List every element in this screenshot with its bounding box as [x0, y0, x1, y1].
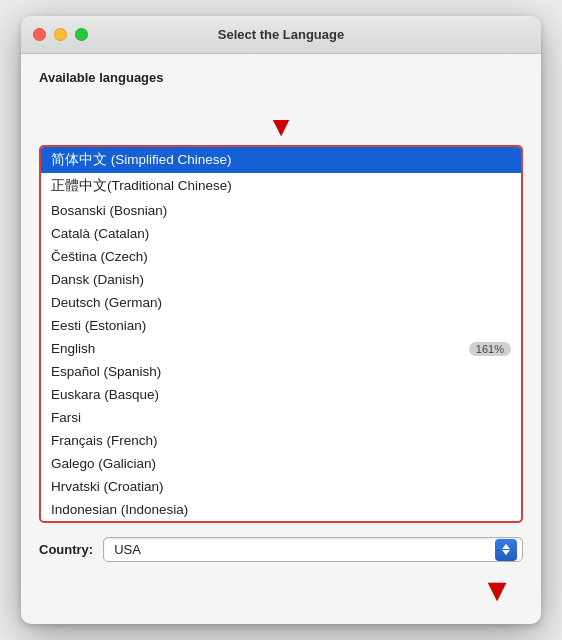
list-item[interactable]: Français (French): [41, 429, 521, 452]
top-arrow-wrapper: ▼: [39, 113, 523, 141]
titlebar: Select the Language: [21, 16, 541, 54]
list-wrapper: ▼ 简体中文 (Simplified Chinese)正體中文(Traditio…: [39, 93, 523, 523]
list-item[interactable]: English161%: [41, 337, 521, 360]
window-title: Select the Language: [218, 27, 344, 42]
available-languages-label: Available languages: [39, 70, 523, 85]
list-item[interactable]: Català (Catalan): [41, 222, 521, 245]
traffic-lights: [33, 28, 88, 41]
country-row: Country: USAChinaGermanyFranceSpainJapan…: [39, 537, 523, 562]
list-item[interactable]: 简体中文 (Simplified Chinese): [41, 147, 521, 173]
bottom-arrow-icon: ▼: [481, 574, 513, 606]
window-body: Available languages ▼ 简体中文 (Simplified C…: [21, 54, 541, 624]
list-item[interactable]: Indonesian (Indonesia): [41, 498, 521, 521]
list-item[interactable]: Dansk (Danish): [41, 268, 521, 291]
top-arrow-icon: ▼: [267, 113, 295, 141]
list-item[interactable]: Euskara (Basque): [41, 383, 521, 406]
list-item[interactable]: 正體中文(Traditional Chinese): [41, 173, 521, 199]
bottom-arrow-container: ▼: [39, 574, 523, 606]
list-item[interactable]: Čeština (Czech): [41, 245, 521, 268]
list-item[interactable]: Eesti (Estonian): [41, 314, 521, 337]
list-item[interactable]: Hrvatski (Croatian): [41, 475, 521, 498]
country-select[interactable]: USAChinaGermanyFranceSpainJapanUK: [103, 537, 523, 562]
list-item[interactable]: Farsi: [41, 406, 521, 429]
list-item[interactable]: Galego (Galician): [41, 452, 521, 475]
language-dialog: Select the Language Available languages …: [21, 16, 541, 624]
language-list-container: 简体中文 (Simplified Chinese)正體中文(Traditiona…: [39, 145, 523, 523]
language-list[interactable]: 简体中文 (Simplified Chinese)正體中文(Traditiona…: [41, 147, 521, 521]
list-item[interactable]: Español (Spanish): [41, 360, 521, 383]
list-item[interactable]: Bosanski (Bosnian): [41, 199, 521, 222]
close-button[interactable]: [33, 28, 46, 41]
country-label: Country:: [39, 542, 93, 557]
maximize-button[interactable]: [75, 28, 88, 41]
minimize-button[interactable]: [54, 28, 67, 41]
list-item[interactable]: Deutsch (German): [41, 291, 521, 314]
country-select-wrapper: USAChinaGermanyFranceSpainJapanUK: [103, 537, 523, 562]
